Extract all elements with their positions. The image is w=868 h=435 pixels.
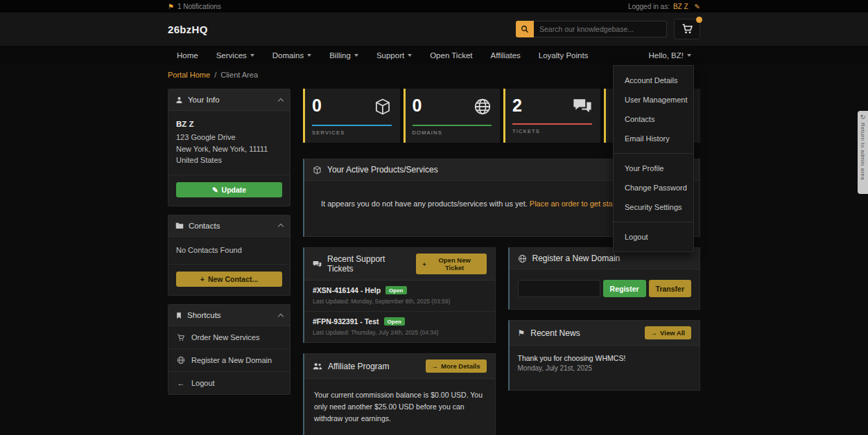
folder-icon xyxy=(175,222,184,229)
brand-logo[interactable]: 26bzHQ xyxy=(168,24,208,35)
breadcrumb-home-link[interactable]: Portal Home xyxy=(168,71,210,79)
nav-billing[interactable]: Billing xyxy=(320,46,367,64)
ticket-row[interactable]: #XSN-416144 - Help Open Last Updated: Mo… xyxy=(304,281,495,312)
arrow-right-icon: → xyxy=(432,362,439,370)
nav-affiliates[interactable]: Affiliates xyxy=(482,46,530,64)
arrow-right-icon: → xyxy=(651,329,658,337)
nav-open-ticket[interactable]: Open Ticket xyxy=(421,46,481,64)
recent-tickets-header: Recent Support Tickets + Open New Ticket xyxy=(304,248,495,281)
caret-down-icon xyxy=(250,54,254,57)
user-icon xyxy=(175,96,183,104)
arrow-left-icon: ← xyxy=(176,379,186,387)
shortcut-register-domain[interactable]: Register a New Domain xyxy=(168,349,290,372)
your-info-panel: Your Info BZ Z 123 Google Drive New York… xyxy=(168,89,290,206)
globe-icon xyxy=(518,254,527,263)
menu-change-password[interactable]: Change Password xyxy=(614,178,693,197)
menu-logout[interactable]: Logout xyxy=(614,227,693,247)
update-details-button[interactable]: ✎ Update xyxy=(176,182,282,197)
bookmark-icon xyxy=(175,312,182,319)
plus-icon: + xyxy=(200,275,205,283)
menu-email-history[interactable]: Email History xyxy=(614,129,693,148)
affiliate-balance-text: Your current commission balance is $0.00… xyxy=(304,379,495,435)
caret-down-icon xyxy=(307,54,311,57)
transfer-domain-button[interactable]: Transfer xyxy=(649,280,691,297)
chat-icon xyxy=(313,260,322,268)
client-address-line3: United States xyxy=(176,154,282,166)
chevron-up-icon xyxy=(278,224,284,229)
search-input[interactable] xyxy=(534,21,667,37)
notifications-label: 1 Notifications xyxy=(177,3,221,10)
caret-down-icon xyxy=(408,54,412,57)
shortcut-order-new-services[interactable]: Order New Services xyxy=(168,326,290,349)
flag-icon: ⚑ xyxy=(518,328,526,338)
chat-icon xyxy=(573,98,592,117)
domain-search-input[interactable] xyxy=(518,280,600,297)
menu-divider xyxy=(614,153,693,154)
nav-home[interactable]: Home xyxy=(168,46,207,64)
plus-icon: + xyxy=(422,260,426,268)
stat-tile-domains[interactable]: 0 DOMAINS xyxy=(403,89,501,143)
menu-contacts[interactable]: Contacts xyxy=(614,109,693,129)
menu-security-settings[interactable]: Security Settings xyxy=(614,197,693,217)
caret-down-icon xyxy=(354,54,358,57)
cart-icon xyxy=(682,24,693,35)
client-address-line1: 123 Google Drive xyxy=(176,132,282,143)
menu-your-profile[interactable]: Your Profile xyxy=(614,159,693,178)
stat-tile-services[interactable]: 0 SERVICES xyxy=(303,89,400,143)
breadcrumb-separator: / xyxy=(214,71,216,79)
return-to-admin-tab[interactable]: ↻ Return to admin area xyxy=(858,111,868,194)
new-contact-button[interactable]: + New Contact... xyxy=(176,272,282,287)
caret-down-icon xyxy=(687,54,691,57)
main-nav: Home Services Domains Billing Support Op… xyxy=(0,46,868,64)
recent-news-header: ⚑ Recent News → View All xyxy=(510,321,700,346)
contacts-header[interactable]: Contacts xyxy=(168,215,290,237)
nav-domains[interactable]: Domains xyxy=(263,46,320,64)
stat-tile-tickets[interactable]: 2 TICKETS xyxy=(503,89,600,143)
client-address-block: BZ Z 123 Google Drive New York, New York… xyxy=(168,111,290,175)
chevron-up-icon xyxy=(278,314,284,319)
view-all-button[interactable]: → View All xyxy=(645,326,691,339)
client-name: BZ Z xyxy=(176,118,282,130)
more-details-button[interactable]: → More Details xyxy=(426,359,487,373)
shortcuts-header[interactable]: Shortcuts xyxy=(168,305,290,326)
menu-divider xyxy=(614,222,693,222)
nav-user-menu[interactable]: Hello, BZ! xyxy=(640,46,701,64)
recent-news-panel: ⚑ Recent News → View All Thank you for c… xyxy=(508,320,701,391)
logged-in-label: Logged in as: xyxy=(628,3,670,10)
user-dropdown-menu: Account Details User Management Contacts… xyxy=(613,65,694,252)
flag-icon: ⚑ xyxy=(168,3,174,10)
cart-button[interactable] xyxy=(674,19,700,39)
notifications-link[interactable]: ⚑ 1 Notifications xyxy=(168,3,221,10)
header: 26bzHQ xyxy=(0,12,868,46)
open-new-ticket-button[interactable]: + Open New Ticket xyxy=(416,254,486,274)
globe-icon xyxy=(474,98,492,118)
affiliate-panel: Affiliate Program → More Details Your cu… xyxy=(303,353,496,435)
knowledgebase-search xyxy=(516,21,667,37)
top-bar: ⚑ 1 Notifications Logged in as: BZ Z ✎ xyxy=(0,0,868,12)
register-domain-button[interactable]: Register xyxy=(603,280,646,297)
menu-user-management[interactable]: User Management xyxy=(614,90,693,109)
status-badge: Open xyxy=(384,317,405,326)
news-item-date: Monday, July 21st, 2025 xyxy=(518,364,692,372)
search-button[interactable] xyxy=(516,21,534,37)
client-address-line2: New York, New York, 11111 xyxy=(176,143,282,155)
nav-loyalty-points[interactable]: Loyalty Points xyxy=(530,46,598,64)
breadcrumb-current: Client Area xyxy=(220,71,258,79)
cube-icon xyxy=(374,98,392,118)
cart-badge xyxy=(696,17,702,23)
nav-support[interactable]: Support xyxy=(367,46,421,64)
pencil-icon: ✎ xyxy=(212,186,218,194)
ticket-row[interactable]: #FPN-932391 - Test Open Last Updated: Th… xyxy=(304,312,495,342)
shortcuts-panel: Shortcuts Order New Services Register a … xyxy=(168,304,290,395)
refresh-icon: ↻ xyxy=(860,114,866,121)
news-item-title[interactable]: Thank you for choosing WHMCS! xyxy=(518,354,692,362)
menu-account-details[interactable]: Account Details xyxy=(614,71,693,90)
nav-services[interactable]: Services xyxy=(207,46,263,64)
logged-in-user[interactable]: BZ Z xyxy=(673,3,688,10)
contacts-panel: Contacts No Contacts Found + New Contact… xyxy=(168,215,290,296)
your-info-header[interactable]: Your Info xyxy=(168,89,290,111)
no-products-text: It appears you do not have any products/… xyxy=(321,199,528,208)
shortcut-logout[interactable]: ← Logout xyxy=(168,372,290,394)
edit-account-icon[interactable]: ✎ xyxy=(695,3,700,10)
affiliate-header: Affiliate Program → More Details xyxy=(304,354,495,379)
